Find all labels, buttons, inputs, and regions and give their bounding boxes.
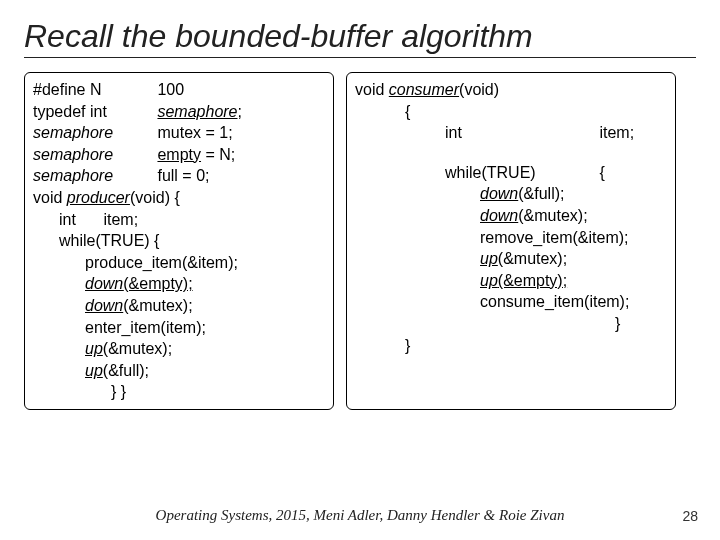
tok: void [355, 81, 389, 98]
consumer-code: void consumer(void) { int item; while(TR… [346, 72, 676, 410]
tok: void [33, 189, 67, 206]
tok: semaphore [33, 144, 153, 166]
code-line: while(TRUE) { [33, 230, 325, 252]
code-line: semaphore empty = N; [33, 144, 325, 166]
code-line: int item; [33, 209, 325, 231]
code-line: semaphore full = 0; [33, 165, 325, 187]
tok: item; [103, 211, 138, 228]
tok: (&mutex); [518, 207, 587, 224]
tok: (void) { [130, 189, 180, 206]
tok: semaphore [33, 122, 153, 144]
tok: down [85, 297, 123, 314]
code-line: int item; [355, 122, 667, 144]
tok: ; [238, 103, 242, 120]
tok: up [85, 340, 103, 357]
tok: up [85, 362, 103, 379]
tok: while(TRUE) [445, 162, 595, 184]
tok: consumer [389, 81, 459, 98]
code-line: up(&mutex); [33, 338, 325, 360]
code-line: remove_item(&item); [355, 227, 667, 249]
tok: typedef int [33, 101, 153, 123]
tok: down [480, 207, 518, 224]
tok: int [445, 122, 595, 144]
tok: mutex = 1; [157, 124, 232, 141]
tok: (&empty); [123, 275, 192, 292]
tok: down [85, 275, 123, 292]
tok: (void) [459, 81, 499, 98]
tok: (&full); [518, 185, 564, 202]
tok: up [480, 272, 498, 289]
tok: 100 [157, 81, 184, 98]
tok: (&mutex); [123, 297, 192, 314]
tok: (&mutex); [498, 250, 567, 267]
tok: (&mutex); [103, 340, 172, 357]
tok: semaphore [33, 165, 153, 187]
code-line: up(&full); [33, 360, 325, 382]
code-line: #define N 100 [33, 79, 325, 101]
code-line: enter_item(item); [33, 317, 325, 339]
code-line: down(&full); [355, 183, 667, 205]
tok: producer [67, 189, 130, 206]
code-line: while(TRUE) { [355, 162, 667, 184]
tok: = N; [201, 146, 235, 163]
code-line: down(&empty); [33, 273, 325, 295]
tok: item; [599, 124, 634, 141]
code-line: down(&mutex); [355, 205, 667, 227]
code-line: consume_item(item); [355, 291, 667, 313]
code-columns: #define N 100 typedef int semaphore; sem… [24, 72, 696, 410]
code-line: down(&mutex); [33, 295, 325, 317]
tok: (&empty); [498, 272, 567, 289]
code-line: typedef int semaphore; [33, 101, 325, 123]
tok: { [599, 164, 604, 181]
blank-line [355, 144, 667, 162]
tok: empty [157, 146, 201, 163]
code-line: produce_item(&item); [33, 252, 325, 274]
code-line: } [355, 335, 667, 357]
tok: (&full); [103, 362, 149, 379]
footer-credit: Operating Systems, 2015, Meni Adler, Dan… [0, 507, 720, 524]
code-line: up(&empty); [355, 270, 667, 292]
code-line: void consumer(void) [355, 79, 667, 101]
code-line: up(&mutex); [355, 248, 667, 270]
tok: #define N [33, 79, 153, 101]
page-number: 28 [682, 508, 698, 524]
code-line: semaphore mutex = 1; [33, 122, 325, 144]
tok: full = 0; [157, 167, 209, 184]
code-line: { [355, 101, 667, 123]
slide-title: Recall the bounded-buffer algorithm [24, 18, 696, 58]
tok: int [59, 209, 99, 231]
code-line: } } [33, 381, 325, 403]
code-line: void producer(void) { [33, 187, 325, 209]
producer-code: #define N 100 typedef int semaphore; sem… [24, 72, 334, 410]
tok: up [480, 250, 498, 267]
tok: down [480, 185, 518, 202]
tok: semaphore [157, 103, 237, 120]
code-line: } [355, 313, 667, 335]
